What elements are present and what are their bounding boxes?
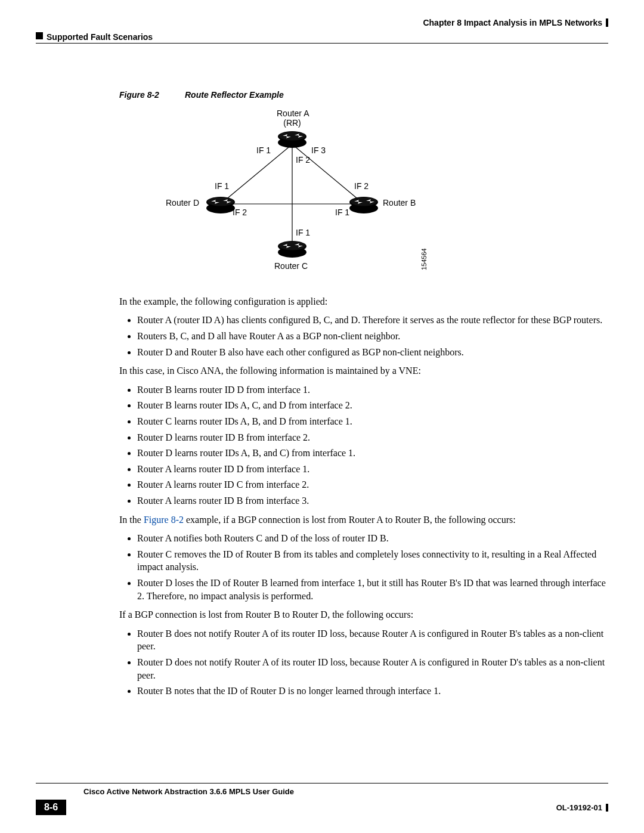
figure-xref[interactable]: Figure 8-2: [144, 515, 184, 525]
list-item: Router C learns router IDs A, B, and D f…: [137, 415, 608, 428]
list-4: Router B does not notify Router A of its…: [119, 627, 608, 698]
list-item: Router A learns router ID C from interfa…: [137, 478, 608, 491]
para-3: In the Figure 8-2 example, if a BGP conn…: [119, 513, 608, 527]
list-2: Router B learns router ID D from interfa…: [119, 383, 608, 507]
list-item: Router A notifies both Routers C and D o…: [137, 532, 608, 545]
list-item: Router D learns router ID B from interfa…: [137, 431, 608, 444]
figure-caption: Figure 8-2Route Reflector Example: [119, 89, 608, 101]
router-c-label: Router C: [274, 261, 308, 272]
para-2: In this case, in Cisco ANA, the followin…: [119, 364, 608, 377]
list-3: Router A notifies both Routers C and D o…: [119, 532, 608, 602]
chapter-label: Chapter 8 Impact Analysis in MPLS Networ…: [423, 18, 608, 27]
list-item: Router B notes that the ID of Router D i…: [137, 685, 608, 698]
list-item: Router A learns router ID D from interfa…: [137, 463, 608, 476]
router-a-icon: [277, 129, 308, 148]
list-item: Router C removes the ID of Router B from…: [137, 548, 608, 574]
router-d-label: Router D: [166, 197, 199, 209]
router-c-icon: [277, 239, 308, 258]
list-item: Router D loses the ID of Router B learne…: [137, 577, 608, 602]
if-label-b1: IF 1: [335, 207, 349, 218]
section-label: Supported Fault Scenarios: [47, 32, 153, 42]
page-footer: Cisco Active Network Abstraction 3.6.6 M…: [36, 783, 608, 815]
page-header: Chapter 8 Impact Analysis in MPLS Networ…: [36, 18, 608, 48]
para-4: If a BGP connection is lost from Router …: [119, 608, 608, 621]
list-item: Router D does not notify Router A of its…: [137, 656, 608, 682]
list-item: Router B does not notify Router A of its…: [137, 627, 608, 653]
if-label-d1: IF 1: [215, 181, 229, 192]
if-label-a1: IF 1: [256, 145, 271, 156]
document-id: OL-19192-01: [556, 803, 608, 812]
list-item: Router D and Router B also have each oth…: [137, 346, 608, 359]
list-item: Router A (router ID A) has clients confi…: [137, 314, 608, 327]
header-square-icon: [36, 32, 43, 39]
list-item: Router B learns router IDs A, C, and D f…: [137, 399, 608, 412]
if-label-d2: IF 2: [233, 207, 247, 218]
page-number: 8-6: [36, 800, 66, 815]
list-item: Routers B, C, and D all have Router A as…: [137, 330, 608, 343]
header-rule: [36, 43, 608, 44]
router-b-icon: [348, 195, 379, 214]
para-1: In the example, the following configurat…: [119, 295, 608, 308]
page-content: Figure 8-2Route Reflector Example Router…: [119, 89, 608, 698]
router-a-label-2: (RR): [277, 117, 308, 129]
if-label-a2: IF 2: [296, 154, 310, 166]
if-label-b2: IF 2: [354, 181, 369, 192]
if-label-a3: IF 3: [311, 145, 326, 156]
list-1: Router A (router ID A) has clients confi…: [119, 314, 608, 358]
footer-title: Cisco Active Network Abstraction 3.6.6 M…: [36, 787, 608, 796]
router-b-label: Router B: [383, 197, 416, 209]
route-reflector-diagram: Router A (RR) IF 1 IF 2 IF 3 Router D IF…: [155, 106, 441, 284]
router-d-icon: [205, 195, 236, 214]
list-item: Router A learns router ID B from interfa…: [137, 494, 608, 507]
list-item: Router D learns router IDs A, B, and C) …: [137, 447, 608, 460]
if-label-c1: IF 1: [296, 227, 310, 239]
figure-id-number: 154564: [420, 248, 429, 270]
list-item: Router B learns router ID D from interfa…: [137, 383, 608, 397]
